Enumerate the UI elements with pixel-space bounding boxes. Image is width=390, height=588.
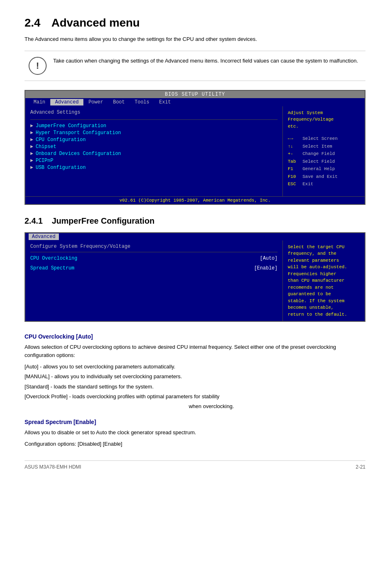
- bios-menu-exit[interactable]: Exit: [154, 99, 176, 105]
- option-auto: [Auto] - allows you to set overclocking …: [25, 363, 365, 371]
- bios-footer: v02.61 (C)Copyright 1985-2007, American …: [25, 196, 365, 204]
- bios-item-label: USB Configuration: [36, 165, 85, 171]
- bios-right-panel-2: Select the target CPUfrequency, and ther…: [283, 240, 365, 321]
- bios-body-2: Configure System Frequency/Voltage CPU O…: [25, 240, 365, 321]
- option-standard: [Standard] - loads the standard settings…: [25, 383, 365, 391]
- cpu-overclocking-heading: CPU Overclocking [Auto]: [25, 333, 365, 340]
- bios-section-title-2: Configure System Frequency/Voltage: [30, 244, 278, 249]
- bios-item-usb: ► USB Configuration: [30, 165, 278, 171]
- arrow-icon: ►: [30, 158, 33, 164]
- bios-section-title: Advanced Settings: [30, 110, 278, 115]
- arrow-icon: ►: [30, 151, 33, 157]
- key-change-field: +- Change Field: [288, 150, 360, 157]
- bios-divider: [30, 119, 278, 120]
- bios-help-text: Adjust SystemFrequency/Voltageetc.: [288, 110, 360, 130]
- caution-icon: !: [29, 57, 47, 75]
- bios-tab-advanced[interactable]: Advanced: [29, 233, 59, 240]
- bios-menu-bar-2: Advanced: [25, 233, 365, 240]
- key-select-field: Tab Select Field: [288, 158, 360, 165]
- bios-screen-2: Advanced Configure System Frequency/Volt…: [25, 232, 365, 322]
- bios-help-text-2: Select the target CPUfrequency, and ther…: [288, 245, 347, 317]
- option-manual: [MANUAL] - allows you to individually se…: [25, 373, 365, 381]
- key-select-item: ↑↓ Select Item: [288, 143, 360, 150]
- arrow-icon: ►: [30, 137, 33, 143]
- page-number: 2-21: [356, 464, 365, 470]
- key-updown: ↑↓: [288, 143, 300, 150]
- bios-left-panel: Advanced Settings ► JumperFree Configura…: [25, 106, 283, 196]
- bios-item-label: CPU Configuration: [36, 137, 85, 143]
- key-desc: Change Field: [303, 150, 335, 157]
- bios-item-label: Hyper Transport Configuration: [36, 130, 121, 136]
- subsection-heading: 2.4.1 JumperFree Configuration: [25, 216, 365, 226]
- bios-item-label: PCIPnP: [36, 158, 53, 164]
- cpu-overclocking-label: CPU Overclocking: [30, 256, 77, 261]
- cpu-overclocking-section: CPU Overclocking [Auto] Allows selection…: [25, 333, 365, 411]
- bios-title-bar: BIOS SETUP UTILITY: [25, 91, 365, 98]
- bios-item-jumperfree: ► JumperFree Configuration: [30, 123, 278, 129]
- option-overclock-2: when overclocking.: [57, 402, 365, 411]
- arrow-icon: ►: [30, 130, 33, 136]
- key-f10: F10: [288, 173, 300, 180]
- bios-item-label: Chipset: [36, 144, 56, 150]
- key-tab: Tab: [288, 158, 300, 165]
- key-help: F1 General Help: [288, 166, 360, 173]
- caution-box: ! Take caution when changing the setting…: [25, 51, 365, 81]
- bios-divider-2: [30, 252, 278, 252]
- page-footer: ASUS M3A78-EMH HDMI 2-21: [25, 460, 365, 470]
- spread-spectrum-section: Spread Spectrum [Enable] Allows you to d…: [25, 419, 365, 448]
- section-heading: 2.4 Advanced menu: [25, 16, 365, 29]
- key-arrows: ←→: [288, 135, 300, 142]
- bios-menu-main[interactable]: Main: [29, 99, 50, 105]
- option-overclock-1: [Overclock Profile] - loads overclocking…: [25, 393, 365, 401]
- subsection-number: 2.4.1: [25, 216, 43, 225]
- cpu-overclocking-para: Allows selection of CPU overclocking opt…: [25, 343, 365, 359]
- bios-item-label: Onboard Devices Configuration: [36, 151, 121, 157]
- arrow-icon: ►: [30, 144, 33, 150]
- key-desc: Save and Exit: [303, 173, 338, 180]
- bios-item-label: JumperFree Configuration: [36, 123, 106, 129]
- bios-body: Advanced Settings ► JumperFree Configura…: [25, 106, 365, 196]
- bios-right-panel: Adjust SystemFrequency/Voltageetc. ←→ Se…: [283, 106, 365, 196]
- bios-menu-bar: Main Advanced Power Boot Tools Exit: [25, 98, 365, 106]
- intro-paragraph: The Advanced menu items allow you to cha…: [25, 35, 365, 43]
- bios-item-cpu: ► CPU Configuration: [30, 137, 278, 143]
- product-name: ASUS M3A78-EMH HDMI: [25, 464, 81, 470]
- bios-left-panel-2: Configure System Frequency/Voltage CPU O…: [25, 240, 283, 321]
- bios-item-hypertransport: ► Hyper Transport Configuration: [30, 130, 278, 136]
- spread-spectrum-para2: Configuration options: [Disabled] [Enabl…: [25, 440, 365, 448]
- bios-row-cpu: CPU Overclocking [Auto]: [30, 256, 278, 261]
- arrow-icon: ►: [30, 123, 33, 129]
- arrow-icon: ►: [30, 165, 33, 171]
- key-desc: General Help: [303, 166, 335, 173]
- spread-spectrum-para1: Allows you to disable or set to Auto the…: [25, 429, 365, 437]
- bios-item-pcinp: ► PCIPnP: [30, 158, 278, 164]
- bios-menu-boot[interactable]: Boot: [108, 99, 130, 105]
- key-esc-label: ESC: [288, 181, 300, 188]
- bios-menu-power[interactable]: Power: [83, 99, 108, 105]
- bios-row-spread: Spread Spectrum [Enable]: [30, 265, 278, 271]
- key-plusminus: +-: [288, 150, 300, 157]
- key-f1: F1: [288, 166, 300, 173]
- spread-spectrum-heading: Spread Spectrum [Enable]: [25, 419, 365, 425]
- bios-menu-tools[interactable]: Tools: [130, 99, 154, 105]
- key-desc: Select Screen: [303, 135, 338, 142]
- bios-key-legend: ←→ Select Screen ↑↓ Select Item +- Chang…: [288, 135, 360, 188]
- bios-item-onboard: ► Onboard Devices Configuration: [30, 151, 278, 157]
- spread-spectrum-value: [Enable]: [254, 265, 278, 271]
- bios-item-chipset: ► Chipset: [30, 144, 278, 150]
- key-select-screen: ←→ Select Screen: [288, 135, 360, 142]
- caution-text: Take caution when changing the settings …: [53, 57, 358, 65]
- cpu-overclocking-value: [Auto]: [260, 256, 278, 261]
- key-desc: Select Item: [303, 143, 332, 150]
- key-desc: Exit: [303, 181, 313, 188]
- section-number: 2.4: [25, 16, 40, 29]
- bios-screen-1: BIOS SETUP UTILITY Main Advanced Power B…: [25, 90, 365, 205]
- key-save-exit: F10 Save and Exit: [288, 173, 360, 180]
- bios-menu-advanced[interactable]: Advanced: [50, 99, 84, 105]
- key-esc: ESC Exit: [288, 181, 360, 188]
- subsection-title: JumperFree Configuration: [52, 216, 155, 225]
- spread-spectrum-label: Spread Spectrum: [30, 265, 74, 271]
- section-title-text: Advanced menu: [52, 16, 140, 29]
- key-desc: Select Field: [303, 158, 335, 165]
